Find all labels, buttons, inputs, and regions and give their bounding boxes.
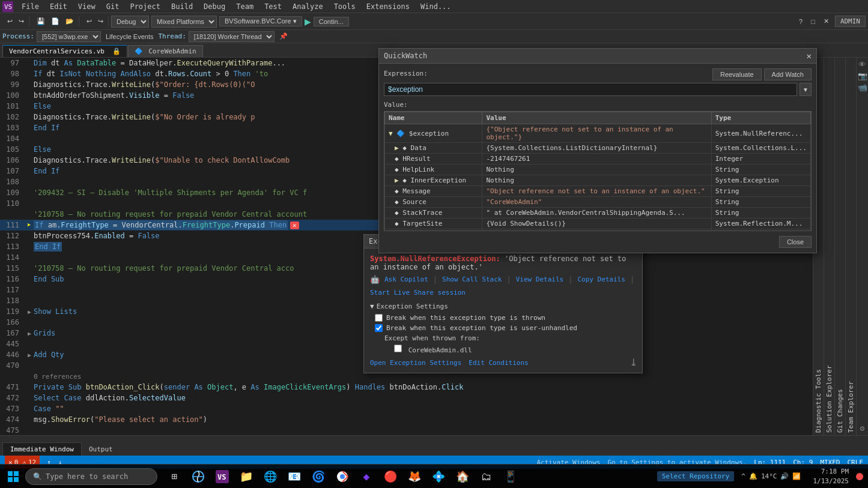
menu-project[interactable]: Project (125, 1, 165, 12)
git-changes-label[interactable]: Git Changes (836, 60, 844, 433)
app3-icon[interactable]: 🦊 (404, 466, 425, 487)
table-row[interactable]: ◆ HelpLink Nothing String (385, 164, 811, 175)
pin-btn[interactable]: 📌 (277, 31, 290, 41)
quickwatch-title: QuickWatch (384, 52, 427, 60)
view-details-link[interactable]: View Details (516, 276, 563, 283)
toolbar-help[interactable]: ? (797, 17, 805, 26)
svg-rect-2 (8, 471, 13, 476)
show-call-stack-link[interactable]: Show Call Stack (442, 276, 502, 283)
team-explorer-label[interactable]: Team Explorer (847, 60, 855, 433)
table-row[interactable]: ◆ TargetSite {Void ShowDetails()} System… (385, 218, 811, 229)
vs-taskbar-icon[interactable]: VS (211, 466, 233, 487)
menu-debug[interactable]: Debug (199, 1, 230, 12)
checkbox-user-unhandled-input[interactable] (375, 324, 383, 332)
process-select[interactable]: [552] w3wp.exe (37, 31, 101, 42)
immediate-window-tab[interactable]: Immediate Window (2, 442, 82, 456)
toolbar-new[interactable]: 📄 (49, 16, 62, 26)
expression-input[interactable] (384, 83, 797, 96)
expression-dropdown[interactable]: ▼ (800, 83, 812, 96)
app4-icon[interactable]: 💠 (428, 466, 449, 487)
debug-config-dropdown[interactable]: Debug (111, 16, 149, 28)
app7-icon[interactable]: 📱 (500, 466, 521, 487)
table-row[interactable]: ▶ ◆ Shared members (385, 229, 811, 232)
copy-details-link[interactable]: Copy Details (577, 276, 625, 283)
menu-file[interactable]: File (17, 1, 44, 12)
app5-icon[interactable]: 🏠 (452, 466, 473, 487)
widgets-icon[interactable] (187, 466, 209, 487)
thread-select[interactable]: [18120] Worker Thread (189, 31, 275, 42)
start-button[interactable] (2, 466, 24, 487)
exc-scroll-btn[interactable]: ⤓ (630, 357, 637, 368)
menu-test[interactable]: Test (259, 1, 287, 12)
lifecycle-btn[interactable]: Lifecycle Events (103, 32, 156, 41)
output-tab[interactable]: Output (82, 443, 120, 456)
settings-icon[interactable]: ⚙ (860, 424, 865, 433)
menu-tools[interactable]: Tools (329, 1, 360, 12)
platform-dropdown[interactable]: Mixed Platforms (151, 16, 217, 28)
toolbar-maximize[interactable]: □ (809, 17, 818, 26)
menu-view[interactable]: View (73, 1, 100, 12)
menu-team[interactable]: Team (231, 1, 258, 12)
open-exc-settings-link[interactable]: Open Exception Settings (370, 359, 461, 367)
table-row[interactable]: ◆ HResult -2147467261 Integer (385, 154, 811, 164)
checkbox-user-unhandled[interactable]: Break when this exception type is user-u… (370, 324, 636, 332)
task-view-icon[interactable]: ⊞ (163, 466, 185, 487)
expand-add-qty[interactable]: ▶ (28, 352, 31, 358)
menu-git[interactable]: Git (102, 1, 124, 12)
app1-icon[interactable]: ◆ (356, 466, 377, 487)
redo-btn[interactable]: ↪ (96, 16, 106, 26)
menu-edit[interactable]: Edit (45, 1, 72, 12)
solution-explorer-label[interactable]: Solution Explorer (825, 60, 833, 433)
taskbar-clock[interactable]: 7:18 PM 1/13/2025 (808, 467, 854, 486)
live-share-link[interactable]: Start Live Share session (370, 289, 466, 297)
eye-icon[interactable]: 👁 (858, 60, 866, 69)
chrome-icon[interactable] (332, 466, 353, 487)
expand-show-lists[interactable]: ▶ (28, 309, 31, 315)
checkbox-thrown-input[interactable] (375, 314, 383, 322)
menu-analyze[interactable]: Analyze (288, 1, 328, 12)
app2-icon[interactable]: 🔴 (380, 466, 401, 487)
app6-icon[interactable]: 🗂 (476, 466, 497, 487)
table-row[interactable]: ◆ Source "CoreWebAdmin" String (385, 197, 811, 208)
corewebadmin-checkbox[interactable] (394, 345, 402, 352)
close-btn[interactable]: Close (779, 236, 812, 248)
menu-extensions[interactable]: Extensions (362, 1, 414, 12)
project-dropdown[interactable]: BVSoftware.BVC.Core ▾ (219, 16, 302, 26)
mail-icon[interactable]: 📧 (284, 466, 305, 487)
edit-conditions-link[interactable]: Edit Conditions (469, 359, 528, 367)
toolbar-close[interactable]: ✕ (821, 16, 831, 26)
add-watch-btn[interactable]: Add Watch (764, 68, 812, 80)
ask-copilot-link[interactable]: Ask Copilot (384, 276, 428, 283)
reevaluate-btn[interactable]: Reevaluate (712, 68, 762, 80)
toolbar-forward[interactable]: ↪ (16, 16, 26, 26)
notification-badge[interactable] (856, 473, 863, 480)
taskbar-search-box[interactable]: 🔍 Type here to search (25, 468, 157, 485)
expand-grids[interactable]: ▶ (28, 330, 31, 337)
toolbar-save[interactable]: 💾 (34, 16, 47, 26)
quickwatch-close[interactable]: ✕ (807, 51, 812, 61)
tab-close-vendor[interactable]: 🔒 (112, 47, 121, 55)
menu-build[interactable]: Build (166, 1, 198, 12)
explorer-icon[interactable]: 📁 (235, 466, 257, 487)
undo-btn[interactable]: ↩ (84, 16, 94, 26)
tab-vendor-central[interactable]: VendorCentralServices.vb 🔒 (2, 45, 127, 57)
checkbox-thrown[interactable]: Break when this exception type is thrown (370, 314, 636, 322)
start-btn[interactable]: ▶ (305, 17, 311, 26)
continue-btn[interactable]: Contin... (314, 17, 349, 26)
table-row[interactable]: ◆ StackTrace " at CoreWebAdmin.VendorCen… (385, 208, 811, 218)
watch-table-container[interactable]: Name Value Type ▼ 🔷 $exception {"Object … (384, 111, 812, 231)
video-icon[interactable]: 📹 (858, 83, 867, 92)
toolbar-back[interactable]: ↩ (5, 16, 15, 26)
table-row[interactable]: ▼ 🔷 $exception {"Object reference not se… (385, 124, 811, 143)
camera-icon[interactable]: 📷 (858, 71, 867, 80)
tab-core-web-admin[interactable]: 🔷 CoreWebAdmin (128, 45, 203, 57)
table-row[interactable]: ◆ Message "Object reference not set to a… (385, 186, 811, 197)
toolbar-open[interactable]: 📂 (63, 16, 76, 26)
browser-taskbar-icon[interactable]: 🌐 (259, 466, 281, 487)
menu-window[interactable]: Wind... (416, 1, 456, 12)
select-repo-btn[interactable]: Select Repository (657, 471, 735, 481)
table-row[interactable]: ▶ ◆ Data {System.Collections.ListDiction… (385, 143, 811, 154)
except-item: CoreWebAdmin.dll (370, 345, 636, 354)
table-row[interactable]: ▶ ◆ InnerException Nothing System.Except… (385, 175, 811, 186)
edge-icon[interactable]: 🌀 (308, 466, 329, 487)
